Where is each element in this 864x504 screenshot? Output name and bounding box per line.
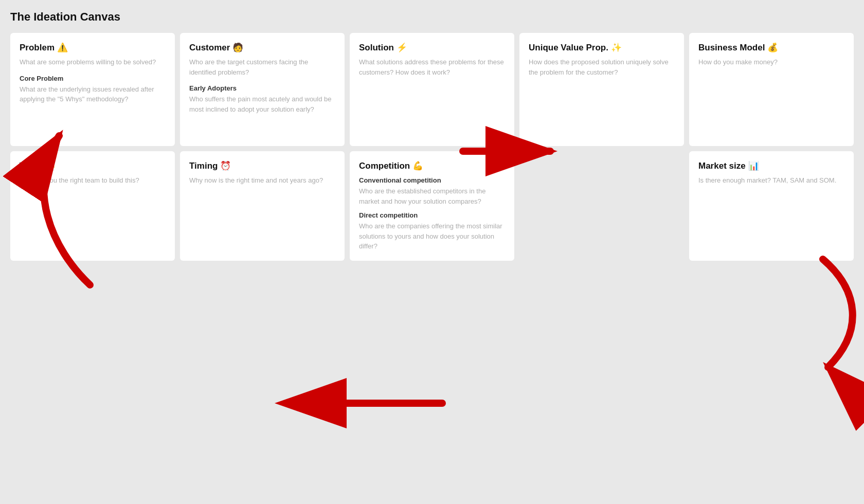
solution-subtitle: What solutions address these problems fo…	[359, 57, 505, 77]
customer-section-desc: Who suffers the pain most acutely and wo…	[189, 94, 335, 114]
problem-subtitle: What are some problems willing to be sol…	[20, 57, 166, 67]
card-solution: Solution ⚡ What solutions address these …	[350, 33, 514, 146]
uvp-title: Unique Value Prop. ✨	[529, 42, 675, 53]
card-customer: Customer 🧑 Who are the target customers …	[180, 33, 345, 146]
bizmodel-title: Business Model 💰	[698, 42, 844, 53]
card-competition: Competition 💪 Conventional competition W…	[350, 151, 514, 261]
uvp-subtitle: How does the proposed solution uniquely …	[529, 57, 675, 77]
competition-section2-label: Direct competition	[359, 211, 505, 219]
customer-section-label: Early Adopters	[189, 84, 335, 92]
competition-section1-label: Conventional competition	[359, 176, 505, 184]
bizmodel-subtitle: How do you make money?	[698, 57, 844, 67]
marketsize-subtitle: Is there enough market? TAM, SAM and SOM…	[698, 175, 844, 186]
marketsize-title: Market size 📊	[698, 160, 844, 171]
timing-title: Timing ⏰	[189, 160, 335, 171]
problem-section-label: Core Problem	[20, 75, 166, 82]
competition-section2-desc: Who are the companies offering the most …	[359, 221, 505, 251]
team-subtitle: Why are you the right team to build this…	[20, 175, 166, 186]
problem-title: Problem ⚠️	[20, 42, 166, 53]
card-bizmodel: Business Model 💰 How do you make money?	[689, 33, 854, 146]
card-team: Team 🧑‍🤝‍🧑 Why are you the right team to…	[10, 151, 175, 261]
card-marketsize: Market size 📊 Is there enough market? TA…	[689, 151, 854, 261]
arrow-bizmodel-down	[823, 259, 853, 367]
team-title: Team 🧑‍🤝‍🧑	[20, 160, 166, 171]
card-uvp: Unique Value Prop. ✨ How does the propos…	[519, 33, 684, 146]
timing-subtitle: Why now is the right time and not years …	[189, 175, 335, 186]
competition-title: Competition 💪	[359, 160, 505, 171]
solution-title: Solution ⚡	[359, 42, 505, 53]
customer-subtitle: Who are the target customers facing the …	[189, 57, 335, 77]
competition-section1-desc: Who are the established competitors in t…	[359, 186, 505, 206]
canvas-grid: Problem ⚠️ What are some problems willin…	[10, 33, 854, 261]
card-timing: Timing ⏰ Why now is the right time and n…	[180, 151, 345, 261]
customer-title: Customer 🧑	[189, 42, 335, 53]
page-title: The Ideation Canvas	[10, 10, 854, 24]
card-problem: Problem ⚠️ What are some problems willin…	[10, 33, 175, 146]
problem-section-desc: What are the underlying issues revealed …	[20, 84, 166, 104]
